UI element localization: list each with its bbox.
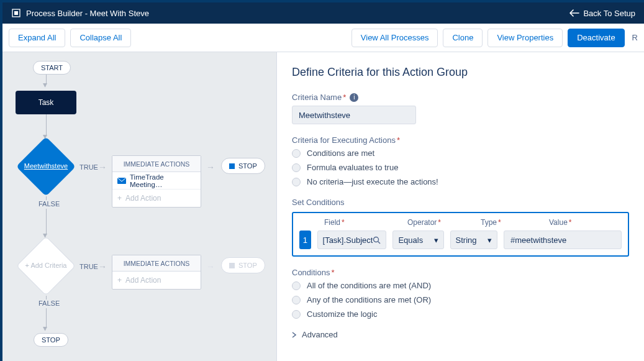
start-node[interactable]: START (33, 61, 71, 75)
page-title: Process Builder - Meet With Steve (26, 9, 149, 18)
view-all-processes-button[interactable]: View All Processes (351, 29, 438, 47)
plus-icon: + (117, 276, 122, 285)
chevron-right-icon (292, 332, 297, 338)
svg-point-3 (374, 237, 379, 242)
radio-any-or[interactable]: Any of the conditions are met (OR) (292, 295, 629, 304)
plus-icon: + (117, 194, 122, 203)
stop-icon (229, 263, 235, 268)
advanced-toggle[interactable]: Advanced (292, 330, 629, 339)
clone-button[interactable]: Clone (443, 29, 483, 47)
panel-title: Define Criteria for this Action Group (292, 66, 629, 79)
radio-icon (292, 310, 301, 319)
conditions-container: Field Operator Type Value 1 [Task].Subje… (292, 212, 629, 257)
deactivate-button[interactable]: Deactivate (568, 29, 624, 47)
action-item-timetrade[interactable]: TimeTrade Meeting… (112, 172, 201, 190)
toolbar-overflow: R (630, 33, 638, 42)
value-input[interactable] (504, 231, 622, 249)
connector (46, 296, 47, 299)
app-icon (11, 8, 21, 18)
arrow-down-icon: ▾ (43, 80, 47, 89)
radio-all-and[interactable]: All of the conditions are met (AND) (292, 281, 629, 290)
stop-node-end[interactable]: STOP (34, 333, 68, 347)
stop-node-2-disabled: STOP (221, 257, 265, 273)
conditions-label: Conditions (292, 268, 629, 277)
action-label: TimeTrade Meeting… (130, 173, 196, 188)
info-icon[interactable]: i (350, 93, 358, 102)
criteria-label: Meetwithsteve (16, 162, 76, 170)
arrow-right-icon: → (98, 262, 107, 272)
radio-icon (292, 149, 301, 158)
radio-icon (292, 281, 301, 290)
collapse-all-button[interactable]: Collapse All (70, 29, 131, 47)
view-properties-button[interactable]: View Properties (488, 29, 563, 47)
arrow-right-icon: → (206, 262, 215, 272)
immediate-actions-header: IMMEDIATE ACTIONS (112, 156, 201, 172)
radio-icon (292, 296, 301, 304)
type-select[interactable]: String ▾ (450, 231, 497, 249)
criteria-label: + Add Criteria (16, 262, 76, 269)
arrow-right-icon: → (206, 162, 215, 172)
col-value: Value (549, 218, 571, 227)
criteria-name-input[interactable] (292, 106, 416, 124)
false-label: FALSE (39, 299, 60, 307)
exec-criteria-label: Criteria for Executing Actions (292, 135, 629, 145)
true-label: TRUE (79, 163, 98, 171)
radio-icon (292, 163, 301, 172)
immediate-actions-header: IMMEDIATE ACTIONS (112, 255, 201, 272)
radio-custom-logic[interactable]: Customize the logic (292, 309, 629, 319)
false-label: FALSE (39, 200, 60, 208)
field-lookup[interactable]: [Task].Subject (317, 231, 387, 249)
back-to-setup-link[interactable]: Back To Setup (569, 9, 635, 18)
back-label: Back To Setup (583, 9, 635, 18)
mail-icon (117, 178, 126, 184)
process-canvas[interactable]: START ▾ Task ▾ Meetwithsteve TRUE → IMME… (2, 52, 277, 361)
radio-icon (292, 178, 301, 186)
svg-line-4 (378, 241, 381, 244)
immediate-actions-box-2: IMMEDIATE ACTIONS + Add Action (112, 255, 201, 290)
stop-icon (229, 163, 235, 169)
criteria-node-add[interactable]: + Add Criteria (16, 236, 76, 296)
arrow-right-icon: → (98, 162, 107, 172)
arrow-left-icon (569, 9, 579, 17)
chevron-down-icon: ▾ (488, 235, 492, 245)
conditions-header-row: Field Operator Type Value (299, 218, 622, 227)
radio-no-criteria[interactable]: No criteria—just execute the actions! (292, 177, 629, 186)
svg-rect-1 (14, 11, 18, 15)
add-action-link[interactable]: + Add Action (112, 190, 201, 207)
condition-row-1: 1 [Task].Subject Equals ▾ String ▾ (299, 231, 622, 249)
col-type: Type (481, 218, 501, 227)
true-label: TRUE (79, 263, 98, 270)
radio-formula-true[interactable]: Formula evaluates to true (292, 163, 629, 172)
arrow-down-icon: ▾ (43, 323, 47, 333)
header-left: Process Builder - Meet With Steve (11, 8, 149, 18)
radio-conditions-met[interactable]: Conditions are met (292, 149, 629, 158)
expand-all-button[interactable]: Expand All (9, 29, 65, 47)
chevron-down-icon: ▾ (434, 235, 438, 245)
toolbar: Expand All Collapse All View All Process… (2, 24, 644, 52)
object-node-task[interactable]: Task (16, 91, 76, 114)
operator-select[interactable]: Equals ▾ (392, 231, 443, 249)
row-index: 1 (299, 231, 311, 249)
set-conditions-label: Set Conditions (292, 198, 629, 207)
col-field: Field (324, 218, 345, 227)
connector (46, 196, 47, 200)
search-icon (373, 236, 381, 244)
criteria-node-meetwithsteve[interactable]: Meetwithsteve (16, 137, 76, 196)
criteria-name-label: Criteria Name i (292, 93, 629, 102)
stop-node-1[interactable]: STOP (221, 158, 265, 174)
immediate-actions-box-1: IMMEDIATE ACTIONS TimeTrade Meeting… + A… (112, 155, 201, 208)
add-action-link[interactable]: + Add Action (112, 272, 201, 289)
detail-panel: Define Criteria for this Action Group Cr… (277, 52, 644, 361)
col-operator: Operator (407, 218, 441, 227)
app-header: Process Builder - Meet With Steve Back T… (2, 2, 644, 24)
